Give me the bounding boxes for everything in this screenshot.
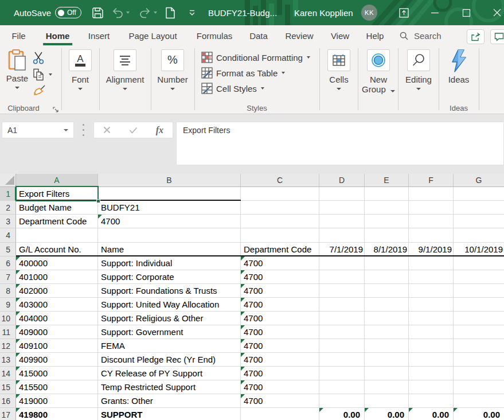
cell-C4[interactable] bbox=[241, 228, 319, 243]
cell-C1[interactable] bbox=[241, 187, 319, 201]
cell-F9[interactable] bbox=[409, 298, 454, 312]
cell-F11[interactable] bbox=[409, 325, 454, 339]
cell-G17[interactable]: 0.00 bbox=[454, 408, 504, 420]
cell-G4[interactable] bbox=[454, 228, 504, 243]
search-control[interactable]: Search bbox=[400, 25, 442, 46]
avatar[interactable]: KK bbox=[361, 5, 377, 21]
cell-F4[interactable] bbox=[409, 228, 454, 243]
cell-F6[interactable] bbox=[409, 256, 454, 270]
tab-data[interactable]: Data bbox=[243, 25, 274, 46]
insert-function-button[interactable]: fx bbox=[156, 125, 163, 135]
cell-E7[interactable] bbox=[365, 270, 409, 284]
column-header-A[interactable]: A bbox=[16, 174, 98, 187]
cell-D12[interactable] bbox=[319, 339, 365, 353]
cell-F1[interactable] bbox=[409, 187, 454, 201]
row-header-16[interactable]: 16 bbox=[0, 394, 16, 408]
cell-B10[interactable]: Support: Religious & Other bbox=[98, 312, 241, 325]
cell-D14[interactable] bbox=[319, 367, 365, 380]
copy-button[interactable] bbox=[33, 68, 52, 81]
cell-C17[interactable] bbox=[241, 408, 319, 420]
cell-A13[interactable]: 409900 bbox=[16, 353, 98, 367]
cell-D11[interactable] bbox=[319, 325, 365, 339]
cell-G10[interactable] bbox=[454, 312, 504, 325]
cell-E16[interactable] bbox=[365, 394, 409, 408]
tab-view[interactable]: View bbox=[325, 25, 355, 46]
cell-C3[interactable] bbox=[241, 215, 319, 228]
cell-G1[interactable] bbox=[454, 187, 504, 201]
cell-C14[interactable]: 4700 bbox=[241, 367, 319, 380]
select-all-corner[interactable] bbox=[0, 174, 16, 187]
column-header-E[interactable]: E bbox=[365, 174, 409, 187]
row-header-1[interactable]: 1 bbox=[0, 187, 16, 201]
cell-D5[interactable]: 7/1/2019 bbox=[319, 243, 365, 256]
row-header-13[interactable]: 13 bbox=[0, 353, 16, 367]
cell-A8[interactable]: 402000 bbox=[16, 284, 98, 298]
cell-G14[interactable] bbox=[454, 367, 504, 380]
cell-A17[interactable]: 419800 bbox=[16, 408, 98, 420]
cell-C13[interactable]: 4700 bbox=[241, 353, 319, 367]
cell-B15[interactable]: Temp Restricted Support bbox=[98, 380, 241, 394]
cell-C16[interactable]: 4700 bbox=[241, 394, 319, 408]
cell-A2[interactable]: Budget Name bbox=[16, 201, 98, 215]
cell-A5[interactable]: G/L Account No. bbox=[16, 243, 98, 256]
paste-button[interactable]: Paste bbox=[5, 49, 30, 89]
cell-B13[interactable]: Discount Pledge Rec (Yr End) bbox=[98, 353, 241, 367]
cell-A14[interactable]: 415000 bbox=[16, 367, 98, 380]
save-button[interactable] bbox=[92, 0, 104, 25]
maximize-button[interactable] bbox=[458, 0, 475, 25]
cell-A6[interactable]: 400000 bbox=[16, 256, 98, 270]
cell-B16[interactable]: Grants: Other bbox=[98, 394, 241, 408]
cell-C10[interactable]: 4700 bbox=[241, 312, 319, 325]
fill-handle[interactable] bbox=[96, 199, 100, 203]
cell-F12[interactable] bbox=[409, 339, 454, 353]
cell-D17[interactable]: 0.00 bbox=[319, 408, 365, 420]
row-header-3[interactable]: 3 bbox=[0, 215, 16, 228]
cell-B17[interactable]: SUPPORT bbox=[98, 408, 241, 420]
font-group-button[interactable]: A Font bbox=[57, 49, 103, 90]
cell-E17[interactable]: 0.00 bbox=[365, 408, 409, 420]
cell-B3[interactable]: 4700 bbox=[98, 215, 241, 228]
row-header-8[interactable]: 8 bbox=[0, 284, 16, 298]
row-header-2[interactable]: 2 bbox=[0, 201, 16, 215]
cell-D15[interactable] bbox=[319, 380, 365, 394]
cell-E5[interactable]: 8/1/2019 bbox=[365, 243, 409, 256]
cell-C8[interactable]: 4700 bbox=[241, 284, 319, 298]
minimize-button[interactable] bbox=[426, 0, 443, 25]
cell-E13[interactable] bbox=[365, 353, 409, 367]
cell-B9[interactable]: Support: United Way Allocation bbox=[98, 298, 241, 312]
cell-D4[interactable] bbox=[319, 228, 365, 243]
cell-D10[interactable] bbox=[319, 312, 365, 325]
cell-A15[interactable]: 415500 bbox=[16, 380, 98, 394]
enter-icon[interactable] bbox=[129, 127, 138, 134]
cell-F14[interactable] bbox=[409, 367, 454, 380]
tab-insert[interactable]: Insert bbox=[82, 25, 116, 46]
cell-A3[interactable]: Department Code bbox=[16, 215, 98, 228]
row-header-11[interactable]: 11 bbox=[0, 325, 16, 339]
cell-D3[interactable] bbox=[319, 215, 365, 228]
cell-G9[interactable] bbox=[454, 298, 504, 312]
cell-C6[interactable]: 4700 bbox=[241, 256, 319, 270]
cell-B7[interactable]: Support: Corporate bbox=[98, 270, 241, 284]
row-header-12[interactable]: 12 bbox=[0, 339, 16, 353]
cell-E10[interactable] bbox=[365, 312, 409, 325]
conditional-formatting-button[interactable]: Conditional Formatting bbox=[201, 51, 310, 64]
formula-input[interactable]: Export Filters bbox=[176, 122, 504, 165]
cell-G15[interactable] bbox=[454, 380, 504, 394]
cell-D6[interactable] bbox=[319, 256, 365, 270]
cell-D8[interactable] bbox=[319, 284, 365, 298]
cell-A12[interactable]: 409100 bbox=[16, 339, 98, 353]
cell-F13[interactable] bbox=[409, 353, 454, 367]
cell-B12[interactable]: FEMA bbox=[98, 339, 241, 353]
cell-F2[interactable] bbox=[409, 201, 454, 215]
cell-F17[interactable]: 0.00 bbox=[409, 408, 454, 420]
cell-G11[interactable] bbox=[454, 325, 504, 339]
cell-E15[interactable] bbox=[365, 380, 409, 394]
cell-B5[interactable]: Name bbox=[98, 243, 241, 256]
user-name[interactable]: Karen Kopplien bbox=[294, 0, 353, 25]
cut-button[interactable] bbox=[33, 52, 44, 64]
row-header-5[interactable]: 5 bbox=[0, 243, 16, 256]
cell-B6[interactable]: Support: Individual bbox=[98, 256, 241, 270]
cell-A11[interactable]: 409000 bbox=[16, 325, 98, 339]
row-header-15[interactable]: 15 bbox=[0, 380, 16, 394]
cells-group-button[interactable]: Cells bbox=[316, 49, 362, 90]
